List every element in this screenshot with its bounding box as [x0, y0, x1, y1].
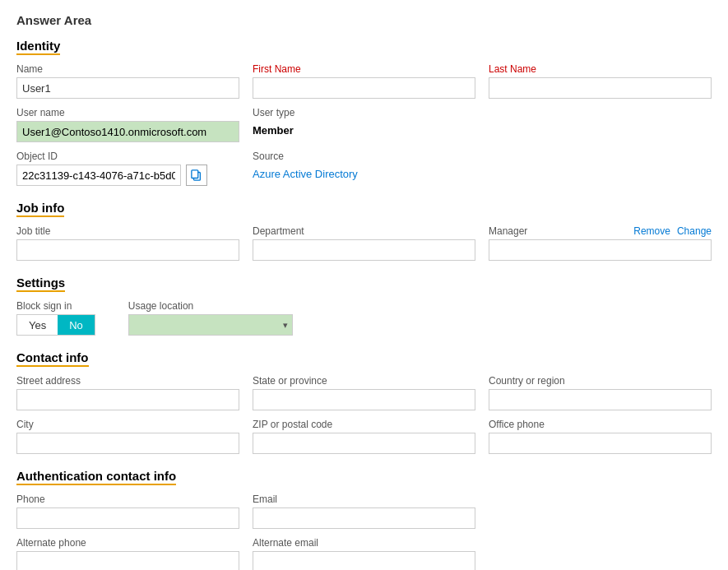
source-link[interactable]: Azure Active Directory	[253, 165, 475, 183]
auth-contact-section: Authentication contact info Phone Email …	[16, 469, 712, 570]
department-group: Department	[253, 225, 475, 261]
street-address-label: Street address	[16, 375, 239, 387]
state-label: State or province	[253, 375, 475, 387]
identity-row-2: User name User type Member	[16, 107, 712, 142]
zip-group: ZIP or postal code	[253, 419, 475, 454]
identity-row-1: Name First Name Last Name	[16, 63, 712, 99]
contact-row-2: City ZIP or postal code Office phone	[16, 419, 712, 454]
settings-section-title: Settings	[16, 276, 65, 292]
auth-row-2: Alternate phone Alternate email	[16, 537, 712, 570]
country-input[interactable]	[489, 389, 712, 410]
identity-section-title: Identity	[16, 39, 60, 55]
phone-label: Phone	[16, 494, 239, 505]
block-sign-in-toggle: Yes No	[16, 314, 95, 336]
manager-input[interactable]	[489, 239, 712, 261]
settings-section: Settings Block sign in Yes No Usage loca…	[16, 276, 712, 336]
last-name-group: Last Name	[489, 63, 712, 99]
copy-button[interactable]	[186, 165, 207, 186]
username-input[interactable]	[16, 121, 239, 142]
department-input[interactable]	[253, 239, 475, 261]
object-id-label: Object ID	[16, 151, 239, 162]
zip-input[interactable]	[253, 433, 475, 454]
street-address-group: Street address	[16, 375, 239, 410]
name-input[interactable]	[16, 77, 239, 99]
street-address-input[interactable]	[16, 389, 239, 410]
user-type-label: User type	[253, 107, 475, 118]
state-input[interactable]	[253, 389, 475, 410]
job-info-row-1: Job title Department Manager Remove Chan…	[16, 225, 712, 261]
city-input[interactable]	[16, 433, 239, 454]
alt-email-group: Alternate email	[253, 537, 475, 570]
auth-row-1: Phone Email	[16, 494, 712, 529]
office-phone-group: Office phone	[489, 419, 712, 454]
svg-rect-1	[192, 170, 198, 178]
usage-location-select[interactable]	[128, 314, 293, 336]
last-name-label: Last Name	[489, 63, 712, 75]
last-name-input[interactable]	[489, 77, 712, 99]
block-sign-in-group: Block sign in Yes No	[16, 300, 95, 336]
alt-phone-label: Alternate phone	[16, 537, 239, 549]
page-title: Answer Area	[16, 13, 712, 27]
yes-button[interactable]: Yes	[17, 315, 58, 335]
object-id-group: Object ID	[16, 151, 239, 186]
zip-label: ZIP or postal code	[253, 419, 475, 430]
usage-location-label: Usage location	[128, 300, 293, 312]
auth-contact-section-title: Authentication contact info	[16, 469, 176, 485]
office-phone-input[interactable]	[489, 433, 712, 454]
alt-email-label: Alternate email	[253, 537, 475, 549]
alt-phone-input[interactable]	[16, 551, 239, 570]
country-group: Country or region	[489, 375, 712, 410]
contact-info-section: Contact info Street address State or pro…	[16, 350, 712, 454]
first-name-label: First Name	[253, 63, 475, 75]
settings-row-1: Block sign in Yes No Usage location ▾	[16, 300, 712, 336]
manager-actions: Remove Change	[633, 225, 712, 237]
office-phone-label: Office phone	[489, 419, 712, 430]
first-name-input[interactable]	[253, 77, 475, 99]
email-label: Email	[253, 494, 475, 505]
country-label: Country or region	[489, 375, 712, 387]
user-type-group: User type Member	[253, 107, 475, 140]
city-label: City	[16, 419, 239, 430]
email-input[interactable]	[253, 507, 475, 529]
usage-location-wrapper: ▾	[128, 314, 293, 336]
job-title-input[interactable]	[16, 239, 239, 261]
phone-group: Phone	[16, 494, 239, 529]
identity-section: Identity Name First Name Last Name User …	[16, 39, 712, 186]
job-info-section-title: Job info	[16, 201, 64, 217]
alt-email-input[interactable]	[253, 551, 475, 570]
city-group: City	[16, 419, 239, 454]
manager-group: Manager Remove Change	[489, 225, 712, 261]
phone-input[interactable]	[16, 507, 239, 529]
block-sign-in-label: Block sign in	[16, 300, 95, 312]
department-label: Department	[253, 225, 475, 237]
email-group: Email	[253, 494, 475, 529]
name-label: Name	[16, 63, 239, 75]
usage-location-group: Usage location ▾	[128, 300, 293, 336]
object-id-input[interactable]	[16, 165, 181, 186]
contact-row-1: Street address State or province Country…	[16, 375, 712, 410]
job-info-section: Job info Job title Department Manager Re…	[16, 201, 712, 261]
manager-remove-link[interactable]: Remove	[633, 225, 670, 237]
source-label: Source	[253, 151, 475, 162]
username-group: User name	[16, 107, 239, 142]
state-group: State or province	[253, 375, 475, 410]
name-group: Name	[16, 63, 239, 99]
identity-row-3: Object ID Source Azure Active Directory	[16, 151, 712, 186]
no-button[interactable]: No	[58, 315, 95, 335]
alt-phone-group: Alternate phone	[16, 537, 239, 570]
job-title-label: Job title	[16, 225, 239, 237]
job-title-group: Job title	[16, 225, 239, 261]
object-id-row	[16, 165, 239, 186]
first-name-group: First Name	[253, 63, 475, 99]
copy-icon	[191, 169, 202, 181]
manager-change-link[interactable]: Change	[677, 225, 712, 237]
manager-label: Manager	[489, 225, 527, 237]
contact-info-section-title: Contact info	[16, 350, 89, 367]
user-type-value: Member	[253, 121, 475, 140]
username-label: User name	[16, 107, 239, 118]
source-group: Source Azure Active Directory	[253, 151, 475, 183]
